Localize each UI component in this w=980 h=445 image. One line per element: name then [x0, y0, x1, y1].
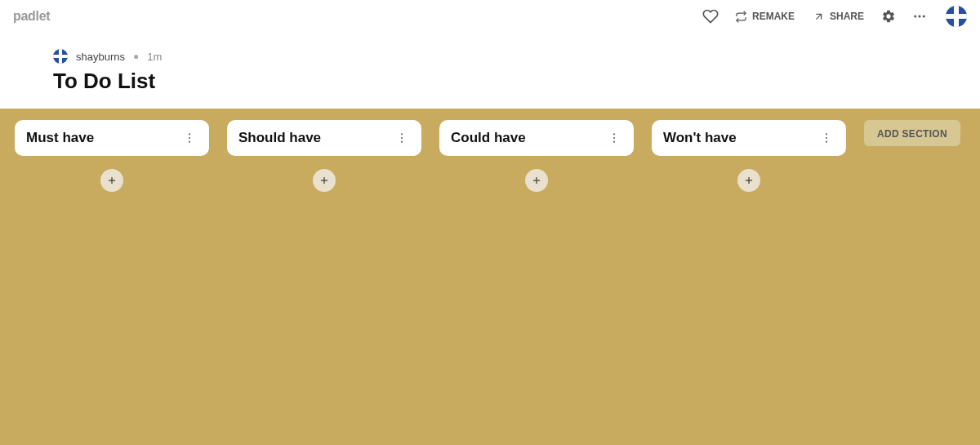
- gear-icon: [881, 9, 896, 24]
- author-name[interactable]: shayburns: [76, 51, 125, 63]
- remake-icon: [735, 11, 747, 23]
- logo[interactable]: padlet: [13, 9, 50, 24]
- app-header: padlet REMAKE: [0, 0, 980, 33]
- column-title: Should have: [238, 130, 321, 146]
- add-card-button[interactable]: [525, 169, 548, 192]
- plus-icon: [531, 175, 542, 186]
- more-vertical-icon: [395, 131, 408, 145]
- board-meta: shayburns ● 1m: [0, 33, 980, 67]
- plus-icon: [318, 175, 330, 186]
- column-menu-button[interactable]: [818, 128, 835, 148]
- remake-button[interactable]: REMAKE: [728, 6, 801, 28]
- column-menu-button[interactable]: [394, 128, 410, 148]
- svg-point-16: [613, 141, 615, 143]
- svg-point-4: [189, 133, 190, 135]
- add-card-button[interactable]: [737, 169, 760, 192]
- column-header[interactable]: Must have: [15, 120, 209, 156]
- like-button[interactable]: [697, 3, 724, 29]
- add-section-button[interactable]: ADD SECTION: [864, 120, 960, 146]
- svg-point-6: [189, 141, 190, 143]
- more-vertical-icon: [820, 131, 833, 145]
- column-title: Won't have: [663, 130, 737, 146]
- column-menu-button[interactable]: [606, 128, 622, 148]
- column-menu-button[interactable]: [181, 128, 198, 148]
- more-button[interactable]: [906, 3, 933, 29]
- column-must-have: Must have: [15, 120, 209, 192]
- timestamp: 1m: [147, 51, 162, 63]
- svg-point-19: [826, 133, 827, 135]
- user-avatar[interactable]: [946, 6, 967, 27]
- share-icon: [813, 11, 825, 23]
- plus-icon: [743, 175, 755, 186]
- column-header[interactable]: Won't have: [652, 120, 846, 156]
- svg-point-3: [923, 16, 925, 18]
- add-card-button[interactable]: [100, 169, 123, 192]
- column-should-have: Should have: [227, 120, 421, 192]
- board-title[interactable]: To Do List: [0, 67, 980, 109]
- column-wont-have: Won't have: [652, 120, 846, 192]
- plus-icon: [106, 175, 118, 186]
- column-header[interactable]: Could have: [439, 120, 634, 156]
- svg-point-10: [401, 137, 403, 139]
- column-title: Must have: [26, 130, 94, 146]
- share-button[interactable]: SHARE: [806, 6, 871, 28]
- column-title: Could have: [451, 130, 526, 146]
- author-avatar[interactable]: [53, 49, 68, 64]
- heart-icon: [702, 8, 719, 24]
- column-header[interactable]: Should have: [227, 120, 421, 156]
- more-vertical-icon: [183, 131, 196, 145]
- svg-point-11: [401, 141, 403, 143]
- share-label: SHARE: [830, 11, 864, 22]
- svg-point-14: [613, 133, 615, 135]
- svg-point-2: [919, 16, 921, 18]
- remake-label: REMAKE: [752, 11, 795, 22]
- board-area: Must have Should hav: [0, 109, 980, 445]
- separator-dot: ●: [133, 51, 139, 62]
- settings-button[interactable]: [875, 3, 902, 29]
- more-horizontal-icon: [912, 9, 927, 24]
- svg-point-1: [914, 16, 916, 18]
- svg-point-5: [189, 137, 190, 139]
- svg-point-20: [826, 137, 827, 139]
- more-vertical-icon: [608, 131, 621, 145]
- svg-point-21: [826, 141, 827, 143]
- add-card-button[interactable]: [313, 169, 336, 192]
- column-could-have: Could have: [439, 120, 634, 192]
- svg-line-0: [816, 14, 821, 19]
- svg-point-15: [613, 137, 615, 139]
- header-actions: REMAKE SHARE: [697, 3, 967, 29]
- svg-point-9: [401, 133, 403, 135]
